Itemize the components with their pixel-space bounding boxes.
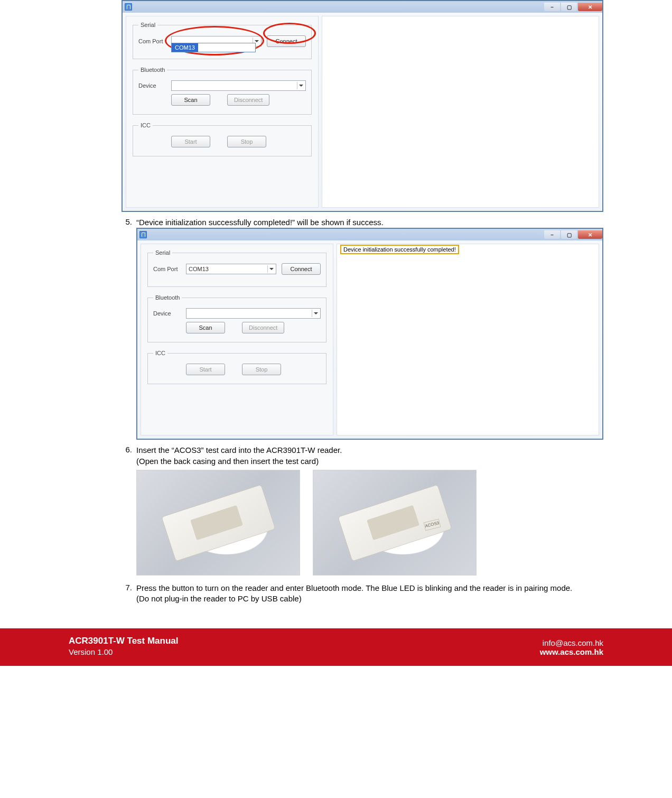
log-panel: Device initialization successfully compl… [337,244,599,435]
connect-button[interactable]: Connect [282,263,321,275]
footer-title: ACR3901T-W Test Manual [69,636,179,646]
icc-group: ICC Start Stop [133,122,312,156]
step-6-line1: Insert the “ACOS3” test card into the AC… [136,445,603,456]
close-button[interactable]: ✕ [578,3,602,11]
bluetooth-group: Bluetooth Device Scan Disconnect [147,294,326,342]
step-7-line1: Press the button to turn on the reader a… [136,583,603,593]
serial-group: Serial Com Port Connect COM [133,22,312,59]
step-6-number: 6. [122,445,136,581]
comport-option-com13[interactable]: COM13 [172,43,198,52]
step-5-number: 5. [122,217,136,228]
step-6-line2: (Open the back casing and then insert th… [136,456,603,467]
minimize-button[interactable]: – [544,3,560,11]
icc-legend: ICC [138,122,153,128]
bluetooth-legend: Bluetooth [153,294,182,301]
window-controls: – ▢ ✕ [543,230,602,239]
start-button[interactable]: Start [171,136,210,147]
comport-label: Com Port [153,266,186,272]
photo-reader-with-card: ACOS3 [313,470,477,576]
step-5-text: “Device initialization successfully comp… [136,217,603,228]
step-5: 5. “Device initialization successfully c… [122,217,603,228]
stop-button[interactable]: Stop [227,136,266,147]
comport-label: Com Port [138,38,171,44]
disconnect-button[interactable]: Disconnect [227,94,269,106]
maximize-button[interactable]: ▢ [561,3,577,11]
step-7-line2: (Do not plug-in the reader to PC by USB … [136,593,603,604]
step-7: 7. Press the button to turn on the reade… [122,583,603,605]
comport-dropdown-list[interactable]: COM13 [171,43,256,52]
comport-combo-value: COM13 [189,266,209,272]
comport-combo[interactable]: COM13 [186,264,276,274]
device-combo[interactable] [186,308,321,319]
step-7-number: 7. [122,583,136,605]
photo-reader-open [136,470,300,576]
stop-button[interactable]: Stop [242,364,281,375]
footer-url: www.acs.com.hk [540,647,603,656]
scan-button[interactable]: Scan [171,94,210,106]
bluetooth-icon [139,231,147,238]
connect-button[interactable]: Connect [267,35,306,47]
icc-legend: ICC [153,350,167,356]
bluetooth-icon [125,3,132,11]
acos3-card-label: ACOS3 [424,518,441,531]
bluetooth-legend: Bluetooth [138,67,167,73]
screenshot-2-window: – ▢ ✕ Serial Com Port COM13 [136,228,603,440]
titlebar: – ▢ ✕ [137,229,602,240]
icc-group: ICC Start Stop [147,350,326,384]
minimize-button[interactable]: – [544,230,560,239]
log-panel [322,16,599,208]
bluetooth-group: Bluetooth Device Scan Disconnect [133,67,312,115]
device-label: Device [138,82,171,89]
chevron-down-icon [267,265,275,273]
window-controls: – ▢ ✕ [543,3,602,11]
serial-group: Serial Com Port COM13 Connect [147,249,326,287]
chevron-down-icon [312,310,319,317]
start-button[interactable]: Start [186,364,225,375]
device-label: Device [153,310,186,317]
serial-legend: Serial [153,249,172,256]
device-combo[interactable] [171,80,306,91]
titlebar: – ▢ ✕ [123,1,602,13]
step-6: 6. Insert the “ACOS3” test card into the… [122,445,603,581]
left-panel: Serial Com Port COM13 Connect Blu [141,244,333,435]
left-panel: Serial Com Port Connect COM [126,16,319,208]
scan-button[interactable]: Scan [186,322,225,333]
screenshot-1-window: – ▢ ✕ Serial Com Port [122,0,603,212]
disconnect-button[interactable]: Disconnect [242,322,284,333]
footer-email: info@acs.com.hk [540,638,603,647]
serial-legend: Serial [138,22,157,28]
page-footer: ACR3901T-W Test Manual Version 1.00 info… [0,628,672,666]
log-success-line: Device initialization successfully compl… [340,245,459,254]
close-button[interactable]: ✕ [578,230,602,239]
chevron-down-icon [297,82,304,89]
maximize-button[interactable]: ▢ [561,230,577,239]
footer-version: Version 1.00 [69,647,179,656]
